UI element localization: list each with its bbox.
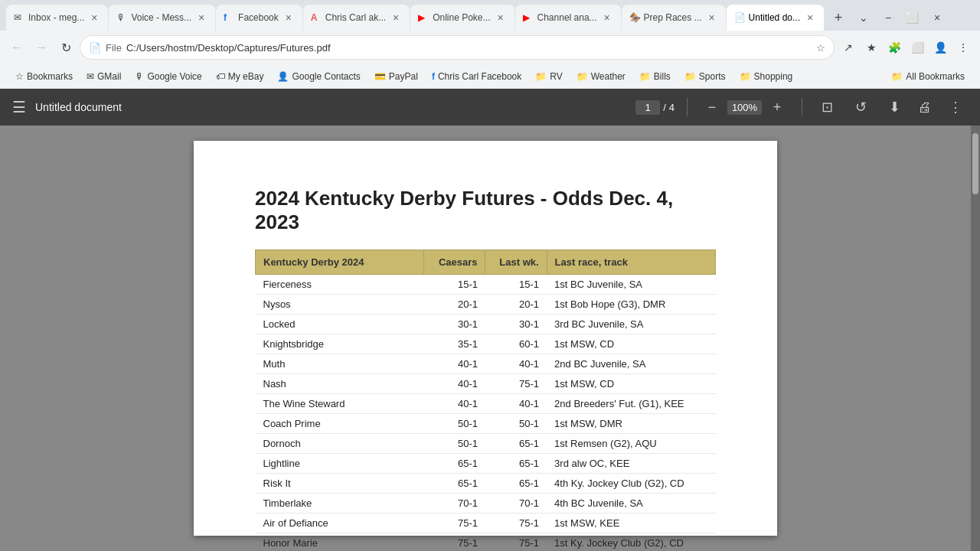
address-bar-row: ← → ↻ 📄 File C:/Users/hostm/Desktop/Capt… [0,31,980,64]
cell-2-1: 30-1 [424,315,485,334]
cell-13-0: Honor Marie [256,533,424,552]
pdf-zoom-in-button[interactable]: + [765,95,789,119]
download-page-icon[interactable]: ↗ [838,37,859,58]
bookmark-bills[interactable]: 📁 Bills [633,70,677,83]
forward-button[interactable]: → [31,37,52,58]
bookmark-paypal[interactable]: 💳 PayPal [368,70,424,83]
table-row: Air of Defiance75-175-11st MSW, KEE [256,514,716,533]
voice-favicon: 🎙 [116,12,127,23]
pdf-download-button[interactable]: ⬇ [882,95,906,119]
toolbar-icons: ↗ ★ 🧩 ⬜ 👤 ⋮ [838,37,974,58]
tab-channel[interactable]: ▶ Channel ana... × [515,5,621,31]
table-row: Nysos20-120-11st Bob Hope (G3), DMR [256,295,716,315]
tab-channel-title: Channel ana... [537,12,597,23]
cell-12-2: 75-1 [485,514,547,533]
pdf-menu-button[interactable]: ☰ [12,98,26,116]
bookmark-shopping[interactable]: 📁 Shopping [733,70,799,83]
tab-gmail[interactable]: ✉ Inbox - meg... × [6,5,108,31]
bookmark-rv[interactable]: 📁 RV [529,70,568,83]
table-row: Nash40-175-11st MSW, CD [256,374,716,394]
pdf-scrollbar[interactable] [971,126,980,551]
pdf-title: Untitled document [35,101,626,113]
address-bar[interactable]: 📄 File C:/Users/hostm/Desktop/Captures/F… [80,35,835,60]
tab-channel-close[interactable]: × [601,11,613,24]
all-bookmarks-folder-icon: 📁 [891,71,903,82]
cell-2-2: 30-1 [485,315,547,334]
tab-untitled-close[interactable]: × [804,11,816,24]
pdf-zoom-input[interactable] [727,100,762,115]
new-tab-button[interactable]: + [828,7,849,28]
user-profile-icon[interactable]: 👤 [929,37,951,58]
tab-voice[interactable]: 🎙 Voice - Mess... × [109,5,215,31]
pdf-page-input[interactable] [635,100,660,115]
pdf-scroll[interactable]: 2024 Kentucky Derby Futures - Odds Dec. … [0,126,971,551]
bookmarks-right: 📁 All Bookmarks [885,70,971,83]
cell-3-3: 1st MSW, CD [547,334,715,354]
tab-chriscarlak-close[interactable]: × [390,11,402,24]
tab-prepraces-close[interactable]: × [706,11,718,24]
bookmark-googlecontacts[interactable]: 👤 Google Contacts [271,70,366,83]
minimize-button[interactable]: − [877,7,899,28]
bookmarks-star-icon: ☆ [15,71,24,82]
tab-facebook[interactable]: f Facebook × [216,5,302,31]
file-protocol-icon: 📄 [89,42,101,54]
cell-3-1: 35-1 [424,334,485,354]
bookmark-sports[interactable]: 📁 Sports [678,70,732,83]
untitled-favicon: 📄 [734,12,745,23]
maximize-button[interactable]: ⬜ [902,7,923,28]
bookmark-googlevoice[interactable]: 🎙 Google Voice [129,70,207,83]
pdf-more-button[interactable]: ⋮ [943,95,968,119]
all-bookmarks-button[interactable]: 📁 All Bookmarks [885,70,971,83]
cell-10-0: Risk It [256,474,424,494]
cell-12-0: Air of Defiance [256,514,424,533]
table-row: The Wine Steward40-140-12nd Breeders' Fu… [256,394,716,414]
reload-button[interactable]: ↻ [55,37,77,58]
cell-9-0: Lightline [256,454,424,474]
cell-1-1: 20-1 [424,295,485,315]
col-header-horse: Kentucky Derby 2024 [256,250,424,275]
tab-voice-close[interactable]: × [195,11,207,24]
col-header-lastrace: Last race, track [547,250,715,275]
tab-facebook-close[interactable]: × [283,11,295,24]
tab-gmail-close[interactable]: × [88,11,100,24]
bookmark-weather[interactable]: 📁 Weather [570,70,632,83]
bookmark-myebay[interactable]: 🏷 My eBay [210,70,270,83]
cell-1-2: 20-1 [485,295,547,315]
bookmark-gmail[interactable]: ✉ GMail [80,70,127,83]
pdf-heading: 2024 Kentucky Derby Futures - Odds Dec. … [255,187,716,234]
googlevoice-bookmark-icon: 🎙 [135,71,144,82]
pdf-rotate-button[interactable]: ↺ [848,95,873,119]
shopping-folder-icon: 📁 [740,71,751,82]
sidebar-toggle-icon[interactable]: ⬜ [906,37,928,58]
bookmark-chriscarlaf[interactable]: f Chris Carl Facebook [426,70,528,83]
tab-untitled-title: Untitled do... [749,12,800,23]
pdf-fit-page-button[interactable]: ⊡ [815,95,839,119]
cell-0-1: 15-1 [424,275,485,295]
cell-2-3: 3rd BC Juvenile, SA [547,315,715,334]
tab-poker-close[interactable]: × [495,11,507,24]
tab-prepraces[interactable]: 🏇 Prep Races ... × [622,5,726,31]
table-row: Honor Marie75-175-11st Ky. Jockey Club (… [256,533,716,552]
tab-poker[interactable]: ▶ Online Poke... × [410,5,514,31]
tab-untitled[interactable]: 📄 Untitled do... × [727,5,824,31]
myebay-bookmark-label: My eBay [228,71,264,82]
extensions-icon[interactable]: 🧩 [884,37,905,58]
googlecontacts-bookmark-label: Google Contacts [292,71,360,82]
cell-8-3: 1st Remsen (G2), AQU [547,434,715,454]
pdf-print-button[interactable]: 🖨 [913,95,937,119]
tab-facebook-title: Facebook [238,12,279,23]
tab-chriscarlak-title: Chris Carl ak... [325,12,386,23]
table-row: Lightline65-165-13rd alw OC, KEE [256,454,716,474]
cell-9-3: 3rd alw OC, KEE [547,454,715,474]
bookmark-icon[interactable]: ★ [861,37,882,58]
tab-list-button[interactable]: ⌄ [853,7,874,28]
tab-chriscarlak[interactable]: A Chris Carl ak... × [303,5,410,31]
more-options-icon[interactable]: ⋮ [952,37,974,58]
file-protocol-label: File [106,42,122,54]
table-row: Muth40-140-12nd BC Juvenile, SA [256,354,716,374]
star-icon[interactable]: ☆ [816,42,825,54]
back-button[interactable]: ← [6,37,28,58]
pdf-scrollbar-thumb[interactable] [972,133,978,194]
pdf-zoom-out-button[interactable]: − [700,95,724,119]
close-button[interactable]: × [926,7,948,28]
